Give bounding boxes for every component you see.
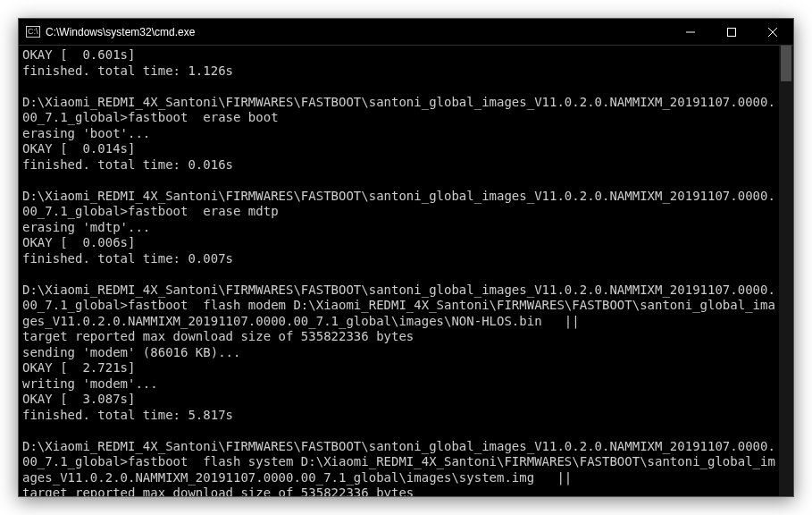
terminal-line: OKAY [ 0.014s] [22, 141, 775, 157]
maximize-button[interactable] [711, 19, 752, 45]
terminal-line: D:\Xiaomi_REDMI_4X_Santoni\FIRMWARES\FAS… [22, 95, 775, 126]
minimize-button[interactable] [670, 19, 711, 45]
titlebar[interactable]: C:\ C:\Windows\system32\cmd.exe [19, 19, 793, 46]
terminal-line: target reported max download size of 535… [22, 329, 775, 345]
window-title: C:\Windows\system32\cmd.exe [46, 26, 195, 38]
scrollbar-thumb[interactable] [781, 46, 791, 81]
terminal-line: D:\Xiaomi_REDMI_4X_Santoni\FIRMWARES\FAS… [22, 189, 775, 220]
terminal-line: OKAY [ 0.006s] [22, 235, 775, 251]
titlebar-left: C:\ C:\Windows\system32\cmd.exe [19, 26, 195, 38]
cmd-icon: C:\ [26, 26, 40, 38]
svg-rect-1 [728, 28, 736, 36]
scrollbar[interactable] [779, 46, 793, 496]
close-button[interactable] [752, 19, 793, 45]
terminal-line: writing 'modem'... [22, 376, 775, 393]
terminal-line [22, 266, 775, 283]
terminal-line: finished. total time: 0.016s [22, 157, 775, 173]
terminal-line [22, 423, 775, 439]
terminal-line: finished. total time: 5.817s [22, 408, 775, 424]
terminal-line: D:\Xiaomi_REDMI_4X_Santoni\FIRMWARES\FAS… [22, 439, 775, 486]
terminal-line: erasing 'boot'... [22, 126, 775, 142]
terminal-line: D:\Xiaomi_REDMI_4X_Santoni\FIRMWARES\FAS… [22, 283, 775, 330]
terminal-body: OKAY [ 0.601s]finished. total time: 1.12… [19, 46, 793, 496]
titlebar-controls [670, 19, 793, 45]
terminal-line: erasing 'mdtp'... [22, 220, 775, 236]
terminal-line: OKAY [ 0.601s] [22, 47, 775, 63]
terminal-line [22, 79, 775, 95]
terminal-content[interactable]: OKAY [ 0.601s]finished. total time: 1.12… [19, 46, 779, 496]
terminal-line: finished. total time: 0.007s [22, 251, 775, 267]
terminal-line: target reported max download size of 535… [22, 485, 775, 496]
terminal-line: OKAY [ 3.087s] [22, 392, 775, 408]
cmd-window: C:\ C:\Windows\system32\cmd.exe OKAY [ 0… [18, 18, 794, 497]
terminal-line: OKAY [ 2.721s] [22, 360, 775, 376]
terminal-line: sending 'modem' (86016 KB)... [22, 345, 775, 361]
terminal-line: finished. total time: 1.126s [22, 63, 775, 80]
terminal-line [22, 173, 775, 189]
